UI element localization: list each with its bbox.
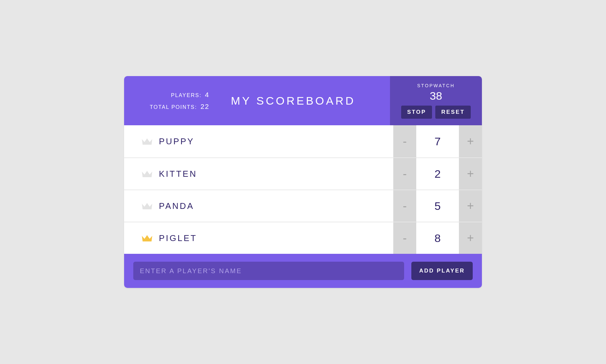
player-row: PANDA-5+	[124, 190, 482, 222]
player-name-input[interactable]	[133, 262, 404, 280]
total-points-value: 22	[201, 103, 209, 110]
players-count-row: PLAYERS: 4	[141, 89, 209, 101]
crown-icon	[141, 169, 153, 178]
crown-icon	[141, 233, 153, 243]
crown-icon	[141, 137, 153, 146]
stopwatch-value: 38	[430, 90, 442, 102]
stop-button[interactable]: STOP	[401, 106, 432, 119]
crown-icon	[141, 201, 153, 211]
player-row: KITTEN-2+	[124, 157, 482, 190]
players-count: 4	[205, 91, 209, 98]
header: PLAYERS: 4 TOTAL POINTS: 22 MY SCOREBOAR…	[124, 76, 482, 125]
stopwatch-buttons: STOP RESET	[401, 106, 471, 119]
player-name: PANDA	[159, 201, 194, 211]
page-title: MY SCOREBOARD	[209, 94, 390, 107]
player-score: 2	[416, 158, 459, 190]
stopwatch-panel: STOPWATCH 38 STOP RESET	[390, 76, 482, 125]
players-label: PLAYERS:	[171, 92, 202, 98]
total-points-label: TOTAL POINTS:	[150, 104, 197, 110]
header-left: PLAYERS: 4 TOTAL POINTS: 22 MY SCOREBOAR…	[124, 76, 390, 125]
decrement-button[interactable]: -	[393, 158, 416, 190]
player-name-cell: KITTEN	[124, 158, 393, 190]
player-score: 8	[416, 222, 459, 254]
scoreboard: PLAYERS: 4 TOTAL POINTS: 22 MY SCOREBOAR…	[124, 76, 482, 288]
reset-button[interactable]: RESET	[435, 106, 471, 119]
player-name: PUPPY	[159, 136, 194, 147]
player-name-cell: PIGLET	[124, 222, 393, 254]
header-stats: PLAYERS: 4 TOTAL POINTS: 22	[141, 89, 209, 112]
player-name: PIGLET	[159, 233, 197, 243]
players-list: PUPPY-7+KITTEN-2+PANDA-5+PIGLET-8+	[124, 125, 482, 254]
increment-button[interactable]: +	[459, 222, 482, 254]
player-name-cell: PANDA	[124, 190, 393, 222]
footer: ADD PLAYER	[124, 254, 482, 288]
add-player-button[interactable]: ADD PLAYER	[411, 262, 473, 280]
decrement-button[interactable]: -	[393, 125, 416, 157]
increment-button[interactable]: +	[459, 190, 482, 222]
player-score: 7	[416, 125, 459, 157]
decrement-button[interactable]: -	[393, 190, 416, 222]
player-row: PUPPY-7+	[124, 125, 482, 157]
increment-button[interactable]: +	[459, 125, 482, 157]
stopwatch-label: STOPWATCH	[417, 83, 455, 88]
player-name-cell: PUPPY	[124, 125, 393, 157]
player-score: 5	[416, 190, 459, 222]
decrement-button[interactable]: -	[393, 222, 416, 254]
total-points-row: TOTAL POINTS: 22	[141, 101, 209, 112]
increment-button[interactable]: +	[459, 158, 482, 190]
player-name: KITTEN	[159, 169, 197, 179]
player-row: PIGLET-8+	[124, 222, 482, 254]
